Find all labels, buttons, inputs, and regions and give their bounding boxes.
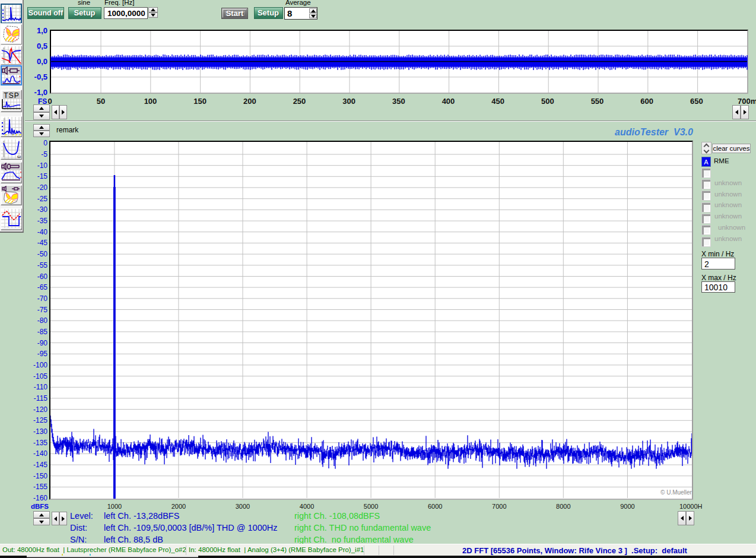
svg-text:ω: ω xyxy=(17,154,21,158)
